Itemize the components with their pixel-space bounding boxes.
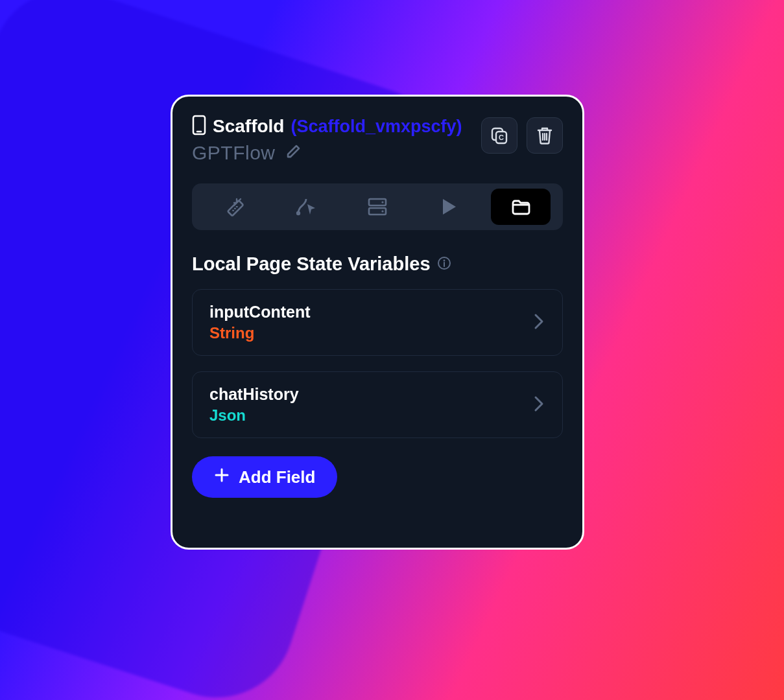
- server-icon: [366, 196, 388, 218]
- play-icon: [440, 198, 457, 216]
- edit-name-button[interactable]: [285, 143, 303, 163]
- title-line: Scaffold (Scaffold_vmxpscfy): [192, 115, 481, 138]
- variable-row[interactable]: inputContent String: [192, 289, 563, 356]
- add-field-button[interactable]: Add Field: [192, 456, 337, 498]
- variable-name: chatHistory: [209, 385, 299, 404]
- page-name-label: GPTFlow: [192, 142, 276, 164]
- tab-backend[interactable]: [348, 189, 407, 225]
- trash-icon: [536, 126, 554, 145]
- spline-cursor-icon: [294, 195, 318, 218]
- variable-type: String: [209, 324, 311, 342]
- tab-actions[interactable]: [276, 189, 336, 225]
- properties-tabbar: [192, 183, 563, 230]
- subtitle-line: GPTFlow: [192, 142, 481, 164]
- svg-point-13: [296, 211, 300, 215]
- section-header: Local Page State Variables: [192, 253, 563, 275]
- svg-point-16: [381, 201, 383, 203]
- variables-list: inputContent String chatHistory Json: [192, 289, 563, 438]
- info-icon[interactable]: [437, 256, 451, 273]
- variable-row[interactable]: chatHistory Json: [192, 371, 563, 438]
- svg-point-19: [443, 259, 445, 261]
- svg-point-17: [381, 210, 383, 212]
- section-title: Local Page State Variables: [192, 253, 431, 275]
- svg-line-11: [234, 207, 236, 209]
- copy-icon: C: [490, 126, 509, 145]
- variable-name: inputContent: [209, 303, 311, 321]
- folder-icon: [510, 197, 531, 216]
- chevron-right-icon: [532, 395, 545, 415]
- panel-header: Scaffold (Scaffold_vmxpscfy) GPTFlow: [192, 115, 563, 164]
- variable-type: Json: [209, 406, 299, 425]
- title-block: Scaffold (Scaffold_vmxpscfy) GPTFlow: [192, 115, 481, 164]
- chevron-right-icon: [532, 312, 545, 333]
- header-actions: C: [481, 117, 563, 154]
- delete-button[interactable]: [527, 117, 563, 154]
- tab-state[interactable]: [491, 189, 551, 225]
- widget-instance-id: (Scaffold_vmxpscfy): [291, 117, 462, 137]
- add-field-label: Add Field: [239, 467, 315, 487]
- svg-text:C: C: [499, 134, 504, 141]
- tab-design[interactable]: [204, 189, 264, 225]
- copy-button[interactable]: C: [481, 117, 517, 154]
- properties-panel: Scaffold (Scaffold_vmxpscfy) GPTFlow: [171, 95, 584, 550]
- design-ruler-icon: [222, 195, 246, 218]
- svg-line-12: [236, 206, 238, 208]
- widget-type-label: Scaffold: [213, 116, 284, 137]
- plus-icon: [214, 467, 230, 487]
- smartphone-icon: [192, 115, 206, 138]
- tab-run[interactable]: [419, 189, 479, 225]
- svg-line-10: [232, 209, 234, 211]
